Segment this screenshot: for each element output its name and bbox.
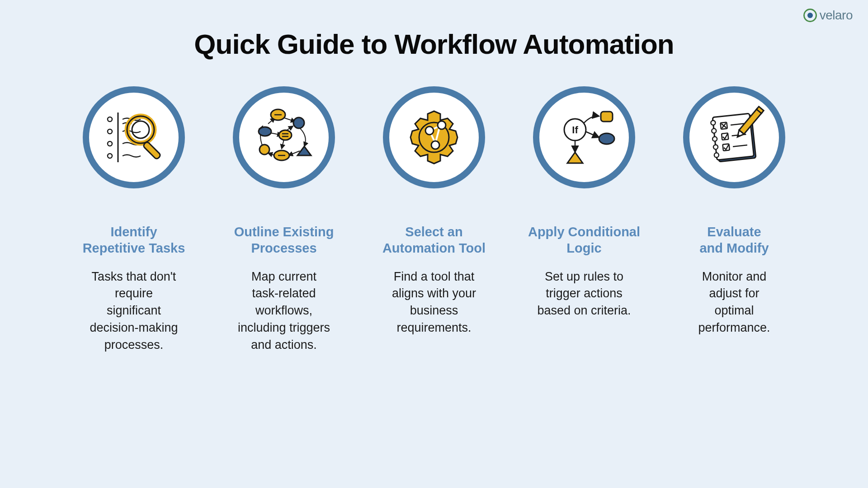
- step-select-tool: Select an Automation Tool Find a tool th…: [375, 86, 493, 353]
- svg-point-36: [711, 120, 716, 125]
- svg-point-17: [279, 130, 292, 140]
- svg-point-4: [108, 154, 112, 158]
- conditional-if-icon: If: [550, 103, 618, 171]
- svg-point-40: [714, 153, 719, 158]
- svg-point-26: [431, 141, 439, 149]
- step-desc: Set up rules to trigger actions based on…: [537, 268, 631, 319]
- step-desc: Map current task-related workflows, incl…: [238, 268, 330, 354]
- svg-point-32: [599, 133, 614, 144]
- step-desc: Find a tool that aligns with your busine…: [392, 268, 476, 337]
- svg-rect-31: [601, 112, 613, 122]
- svg-line-27: [585, 131, 599, 137]
- step-desc: Monitor and adjust for optimal performan…: [698, 268, 770, 337]
- svg-point-16: [259, 127, 271, 136]
- svg-point-3: [108, 141, 112, 146]
- step-icon-circle: [83, 86, 185, 188]
- brand-logo: velaro: [803, 8, 853, 23]
- gear-share-icon: [400, 103, 468, 171]
- steps-row: Identify Repetitive Tasks Tasks that don…: [0, 86, 868, 353]
- brand-name: velaro: [820, 8, 853, 23]
- magnifier-list-icon: [100, 103, 168, 171]
- step-title: Identify Repetitive Tasks: [83, 224, 185, 257]
- step-desc: Tasks that don't require significant dec…: [90, 268, 178, 354]
- step-identify: Identify Repetitive Tasks Tasks that don…: [75, 86, 193, 353]
- step-icon-circle: If: [533, 86, 635, 188]
- svg-point-11: [293, 117, 304, 128]
- svg-point-37: [712, 128, 717, 133]
- svg-point-7: [132, 121, 149, 138]
- step-icon-circle: [683, 86, 785, 188]
- brand-mark-icon: [803, 9, 817, 22]
- process-graph-icon: [250, 103, 318, 171]
- step-icon-circle: [383, 86, 485, 188]
- svg-point-6: [127, 116, 154, 143]
- svg-point-39: [713, 145, 718, 150]
- step-title: Evaluate and Modify: [699, 224, 769, 257]
- checklist-pencil-icon: [700, 103, 768, 171]
- step-evaluate: Evaluate and Modify Monitor and adjust f…: [675, 86, 793, 353]
- page-title: Quick Guide to Workflow Automation: [0, 0, 868, 60]
- step-conditional: If Apply Conditional Logic Set up rules …: [525, 86, 643, 353]
- svg-point-24: [425, 127, 434, 135]
- svg-point-2: [108, 129, 112, 134]
- svg-marker-33: [567, 152, 583, 163]
- step-title: Select an Automation Tool: [382, 224, 486, 257]
- svg-point-1: [108, 117, 112, 122]
- svg-point-25: [438, 121, 446, 129]
- step-title: Outline Existing Processes: [234, 224, 334, 257]
- step-title: Apply Conditional Logic: [528, 224, 640, 257]
- step-outline: Outline Existing Processes Map current t…: [225, 86, 343, 353]
- svg-text:If: If: [572, 124, 578, 136]
- svg-point-38: [712, 136, 717, 141]
- svg-rect-8: [142, 141, 161, 160]
- svg-point-15: [259, 145, 269, 155]
- step-icon-circle: [233, 86, 335, 188]
